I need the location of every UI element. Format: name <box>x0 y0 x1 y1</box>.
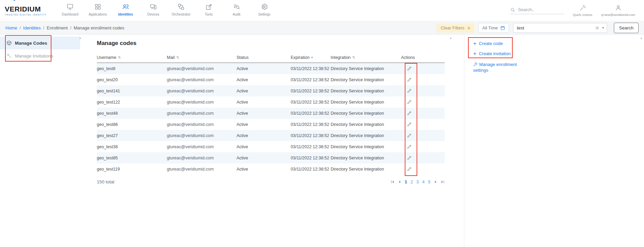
date-range-button[interactable]: All Time <box>479 23 509 33</box>
cell-integration: Directory Service Integration <box>331 111 401 116</box>
create-invitation-label: Create invitation <box>479 51 511 56</box>
table-row: geo_test85 gtureac@veridiumid.com Active… <box>97 152 445 163</box>
cell-status: Active <box>237 156 291 160</box>
table-row: geo_test20 gtureac@veridiumid.com Active… <box>97 74 445 85</box>
veridium-logo[interactable]: VERIDIUM TRUSTED DIGITAL IDENTITY <box>5 0 48 21</box>
codes-table-body: geo_test8 gtureac@veridiumid.com Active … <box>97 63 445 175</box>
breadcrumb-home[interactable]: Home <box>5 25 17 30</box>
edit-code-button[interactable] <box>401 88 445 93</box>
edit-code-button[interactable] <box>401 155 445 160</box>
sort-descending-icon[interactable]: ▾ <box>311 55 313 59</box>
page-number-1[interactable]: 1 <box>405 179 407 184</box>
nav-item-audit[interactable]: Audit <box>223 0 250 21</box>
page-number-3[interactable]: 3 <box>416 179 419 184</box>
column-header-status: Status <box>237 55 291 60</box>
keys-icon <box>6 53 12 59</box>
sort-icon[interactable]: ⇅ <box>352 55 355 59</box>
column-header-integration[interactable]: Integration ⇅ <box>331 55 401 60</box>
manage-enrollment-settings-label: Manage enrollment settings <box>473 62 517 73</box>
cell-expiration: 03/11/2022 12:38:52 <box>291 100 331 105</box>
nav-item-dashboard[interactable]: Dashboard <box>56 0 84 21</box>
sort-icon[interactable]: ⇅ <box>176 55 179 59</box>
page-number-4[interactable]: 4 <box>422 179 425 184</box>
next-page-icon <box>434 180 438 184</box>
previous-page-button[interactable] <box>398 180 401 184</box>
page-number-5[interactable]: 5 <box>428 179 430 184</box>
create-invitation-link[interactable]: + Create invitation <box>473 51 511 57</box>
scrollbar-up-arrow[interactable]: ▲ <box>449 37 452 40</box>
pencil-icon <box>407 111 412 116</box>
right-panel: + Create code + Create invitation Manage… <box>464 35 644 247</box>
next-page-button[interactable] <box>434 180 438 184</box>
scrollbar-up-arrow[interactable]: ▲ <box>640 37 643 40</box>
nav-label: Audit <box>233 13 241 16</box>
tools-icon <box>205 3 213 10</box>
nav-item-settings[interactable]: Settings <box>250 0 278 21</box>
global-search[interactable] <box>510 7 564 14</box>
logo-subtitle: TRUSTED DIGITAL IDENTITY <box>5 14 48 16</box>
search-button[interactable]: Search <box>614 23 639 33</box>
column-header-username[interactable]: Username ⇅ <box>97 55 167 60</box>
last-page-button[interactable] <box>441 180 445 184</box>
sort-icon[interactable]: ⇅ <box>118 55 121 59</box>
cell-username: geo_test27 <box>97 133 167 138</box>
nav-item-orchestrator[interactable]: Orchestrator <box>167 0 195 21</box>
nav-item-identities[interactable]: Identities <box>112 0 139 21</box>
clear-input-icon[interactable]: ⊗ <box>595 25 599 30</box>
filter-search-field[interactable]: ⊗ ▾ <box>513 23 607 33</box>
scrollbar-up-arrow[interactable]: ▲ <box>79 37 82 40</box>
logo-title: VERIDIUM <box>5 5 41 13</box>
user-menu[interactable]: q'ctest@veridiumid.com <box>601 4 635 17</box>
previous-page-icon <box>398 180 401 184</box>
chevron-down-icon[interactable]: ▾ <box>602 26 604 29</box>
nav-item-applications[interactable]: Applications <box>84 0 112 21</box>
edit-code-button[interactable] <box>401 133 445 138</box>
breadcrumb-separator: / <box>70 25 71 30</box>
cell-mail: gtureac@veridiumid.com <box>167 77 237 82</box>
edit-code-button[interactable] <box>401 122 445 127</box>
filter-controls: Clear Filters × All Time ⊗ ▾ Search <box>437 23 639 33</box>
people-icon <box>122 3 129 10</box>
close-icon[interactable]: × <box>467 25 470 30</box>
magic-wand-icon <box>579 4 586 11</box>
sidebar-item-manage-codes[interactable]: Manage Codes <box>0 37 80 49</box>
pagination-pages: 12345 <box>405 179 430 184</box>
user-icon <box>615 4 622 11</box>
cell-mail: gtureac@veridiumid.com <box>167 89 237 93</box>
cell-username: geo_test86 <box>97 122 167 127</box>
edit-code-button[interactable] <box>401 77 445 82</box>
column-header-mail[interactable]: Mail ⇅ <box>167 55 237 60</box>
edit-code-button[interactable] <box>401 99 445 105</box>
cell-status: Active <box>237 144 291 149</box>
page-number-2[interactable]: 2 <box>410 179 413 184</box>
edit-code-button[interactable] <box>401 166 445 172</box>
sidebar-item-manage-invitations[interactable]: Manage Invitations <box>0 49 80 62</box>
column-header-expiration[interactable]: Expiration ▾ <box>291 55 331 60</box>
global-search-input[interactable] <box>518 7 560 12</box>
clear-filters-button[interactable]: Clear Filters × <box>437 23 474 32</box>
create-code-link[interactable]: + Create code <box>473 41 503 46</box>
nav-label: Dashboard <box>62 13 79 16</box>
cell-status: Active <box>237 133 291 138</box>
codes-table: Username ⇅ Mail ⇅ Status Expiration ▾ In… <box>97 52 445 175</box>
edit-code-button[interactable] <box>401 144 445 149</box>
top-bar-right: Quick Actions q'ctest@veridiumid.com <box>510 0 644 21</box>
sidebar-item-label: Manage Codes <box>15 41 47 46</box>
column-label: Status <box>237 55 248 60</box>
breadcrumb-identities[interactable]: Identities <box>23 25 41 30</box>
date-range-label: All Time <box>482 25 498 30</box>
first-page-button[interactable] <box>391 180 394 184</box>
edit-code-button[interactable] <box>401 66 445 71</box>
quick-actions-button[interactable]: Quick Actions <box>573 4 593 17</box>
create-code-label: Create code <box>479 41 503 46</box>
cell-integration: Directory Service Integration <box>331 100 401 105</box>
audit-log-icon <box>233 3 240 10</box>
page-title: Manage codes <box>97 40 445 47</box>
nav-item-devices[interactable]: Devices <box>139 0 167 21</box>
nav-label: Applications <box>89 13 107 16</box>
manage-enrollment-settings-link[interactable]: Manage enrollment settings <box>473 62 518 73</box>
cell-integration: Directory Service Integration <box>331 133 401 138</box>
nav-item-tools[interactable]: Tools <box>195 0 223 21</box>
filter-search-input[interactable] <box>517 25 595 30</box>
edit-code-button[interactable] <box>401 111 445 116</box>
